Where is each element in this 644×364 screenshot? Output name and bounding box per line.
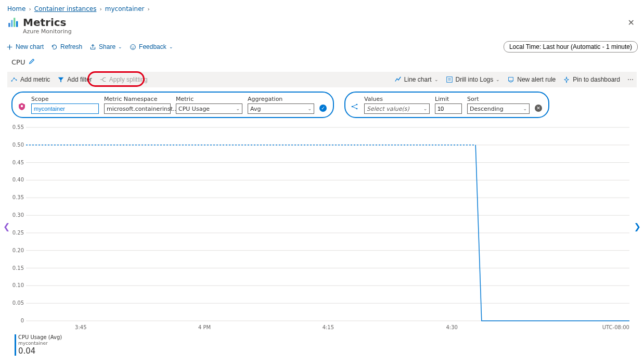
metric-config-group: Scope Metric Namespace microsoft.contain… xyxy=(11,92,334,118)
apply-splitting-label: Apply splitting xyxy=(109,76,148,83)
breadcrumb: Home › Container instances › mycontainer… xyxy=(0,0,644,16)
svg-text:0.35: 0.35 xyxy=(12,194,24,200)
prev-icon[interactable]: ❮ xyxy=(0,218,13,235)
feedback-label: Feedback xyxy=(139,43,166,50)
svg-text:0: 0 xyxy=(21,318,24,323)
limit-input[interactable] xyxy=(435,103,462,114)
metric-select[interactable]: CPU Usage⌄ xyxy=(176,103,242,114)
svg-text:4 PM: 4 PM xyxy=(198,324,211,330)
drill-into-logs-button[interactable]: Drill into Logs ⌄ xyxy=(446,76,500,83)
split-icon xyxy=(351,102,359,112)
chevron-down-icon: ⌄ xyxy=(169,44,173,49)
chart-toolbar: Add metric Add filter Apply splitting Li… xyxy=(7,72,637,87)
line-chart-button[interactable]: Line chart ⌄ xyxy=(394,76,439,83)
values-label: Values xyxy=(364,96,430,102)
metric-value: CPU Usage xyxy=(178,106,210,112)
svg-point-6 xyxy=(134,46,134,46)
chevron-down-icon: ⌄ xyxy=(434,77,439,82)
metric-namespace-value: microsoft.containerinst... xyxy=(107,106,178,112)
svg-rect-2 xyxy=(14,18,15,27)
splitting-config-group: Values Select value(s)⌄ Limit Sort Desce… xyxy=(344,92,549,118)
chevron-down-icon: ⌄ xyxy=(423,106,427,111)
page-subtitle: Azure Monitoring xyxy=(23,28,72,35)
aggregation-value: Avg xyxy=(250,106,261,112)
svg-point-12 xyxy=(21,105,23,107)
svg-text:0.15: 0.15 xyxy=(12,265,24,271)
legend-value: 0.04 xyxy=(18,346,62,356)
svg-text:4:15: 4:15 xyxy=(323,324,334,330)
svg-text:3:45: 3:45 xyxy=(75,324,86,330)
line-chart: 00.050.100.150.200.250.300.350.400.450.5… xyxy=(11,124,633,332)
page-header: Metrics Azure Monitoring ✕ xyxy=(0,16,644,38)
chevron-right-icon: › xyxy=(99,6,101,12)
config-row: Scope Metric Namespace microsoft.contain… xyxy=(0,87,644,120)
close-icon[interactable]: ✕ xyxy=(628,18,635,28)
edit-icon[interactable] xyxy=(28,58,35,67)
feedback-button[interactable]: Feedback ⌄ xyxy=(130,43,173,50)
values-value: Select value(s) xyxy=(367,106,409,112)
svg-rect-0 xyxy=(8,23,10,27)
chevron-down-icon: ⌄ xyxy=(236,106,240,111)
sort-value: Descending xyxy=(470,106,504,112)
aggregation-label: Aggregation xyxy=(248,96,314,102)
add-filter-label: Add filter xyxy=(67,76,92,83)
new-chart-button[interactable]: New chart xyxy=(6,43,44,50)
pin-to-dashboard-button[interactable]: Pin to dashboard xyxy=(563,76,620,83)
more-button[interactable]: ⋯ xyxy=(627,76,634,83)
values-select[interactable]: Select value(s)⌄ xyxy=(364,103,430,114)
chart-area: 00.050.100.150.200.250.300.350.400.450.5… xyxy=(11,124,633,332)
pin-label: Pin to dashboard xyxy=(573,76,620,83)
svg-text:0.30: 0.30 xyxy=(12,212,24,218)
breadcrumb-home[interactable]: Home xyxy=(7,5,25,12)
legend-color-swatch xyxy=(15,334,16,356)
svg-text:0.10: 0.10 xyxy=(12,282,24,288)
chart-legend[interactable]: CPU Usage (Avg) mycontainer 0.04 xyxy=(15,334,633,356)
svg-text:0.40: 0.40 xyxy=(12,177,24,183)
chevron-down-icon: ⌄ xyxy=(523,106,527,111)
share-button[interactable]: Share ⌄ xyxy=(89,43,122,50)
new-alert-rule-button[interactable]: New alert rule xyxy=(507,76,556,83)
check-icon[interactable]: ✓ xyxy=(319,105,327,112)
add-filter-button[interactable]: Add filter xyxy=(57,76,92,83)
chevron-down-icon: ⌄ xyxy=(307,106,312,111)
share-label: Share xyxy=(99,43,115,50)
resource-icon xyxy=(18,102,26,112)
chevron-down-icon: ⌄ xyxy=(496,77,500,82)
svg-rect-1 xyxy=(11,20,12,27)
scope-label: Scope xyxy=(31,96,99,102)
next-icon[interactable]: ❯ xyxy=(631,218,644,235)
scope-input[interactable] xyxy=(31,103,99,114)
svg-point-4 xyxy=(131,44,136,49)
drill-into-logs-label: Drill into Logs xyxy=(456,76,494,83)
refresh-button[interactable]: Refresh xyxy=(51,43,82,50)
svg-text:0.50: 0.50 xyxy=(12,142,24,148)
time-range-button[interactable]: Local Time: Last hour (Automatic - 1 min… xyxy=(504,41,638,53)
apply-splitting-button[interactable]: Apply splitting xyxy=(99,76,148,83)
svg-rect-10 xyxy=(446,77,452,83)
svg-rect-11 xyxy=(509,77,513,81)
breadcrumb-mycontainer[interactable]: mycontainer xyxy=(105,5,145,12)
chart-title-row: CPU xyxy=(0,56,644,69)
chevron-right-icon: › xyxy=(29,6,31,12)
svg-point-5 xyxy=(132,46,132,46)
svg-rect-3 xyxy=(16,21,18,27)
sort-select[interactable]: Descending⌄ xyxy=(467,103,530,114)
aggregation-select[interactable]: Avg⌄ xyxy=(248,103,314,114)
svg-text:0.45: 0.45 xyxy=(12,160,24,165)
chart-title: CPU xyxy=(11,58,25,66)
command-bar: New chart Refresh Share ⌄ Feedback ⌄ Loc… xyxy=(0,38,644,56)
add-metric-button[interactable]: Add metric xyxy=(10,76,50,83)
breadcrumb-container-instances[interactable]: Container instances xyxy=(34,5,97,12)
metric-namespace-label: Metric Namespace xyxy=(104,96,171,102)
remove-icon[interactable]: ✕ xyxy=(535,105,542,112)
limit-label: Limit xyxy=(435,96,462,102)
refresh-label: Refresh xyxy=(60,43,82,50)
legend-metric: CPU Usage (Avg) xyxy=(18,334,62,341)
legend-resource: mycontainer xyxy=(18,341,62,346)
sort-label: Sort xyxy=(467,96,530,102)
metric-namespace-select[interactable]: microsoft.containerinst...⌄ xyxy=(104,103,171,114)
metrics-icon xyxy=(7,17,19,30)
svg-text:4:30: 4:30 xyxy=(446,324,457,330)
add-metric-label: Add metric xyxy=(20,76,50,83)
svg-text:0.55: 0.55 xyxy=(12,124,24,130)
